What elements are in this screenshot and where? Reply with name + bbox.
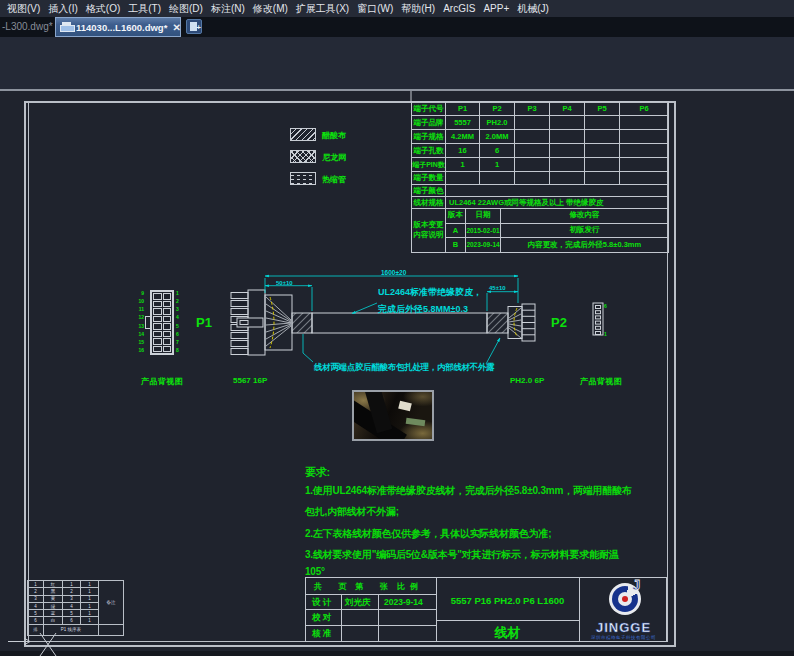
tape-wrap-left xyxy=(292,313,312,333)
wire-table-note: 备注 xyxy=(99,581,124,625)
cable-note-line1: UL2464标准带绝缘胶皮， xyxy=(378,287,482,297)
tape-wrap-right xyxy=(487,313,508,333)
requirement-3: 3.线材要求使用"编码后5位&版本号"对其进行标示，标示材料要求能耐温 xyxy=(305,548,619,562)
wire-table-cell: 红 xyxy=(44,581,63,588)
requirement-3b: 105° xyxy=(305,566,325,577)
wire-table-cell: 黑 xyxy=(44,588,63,595)
wire-table-cell: 黄 xyxy=(44,595,63,602)
wire-table-cell: 2 xyxy=(28,588,44,595)
jingge-logo-icon: J xyxy=(605,581,645,619)
wire-table-cell: 4 xyxy=(28,602,44,609)
wire-table-cell: 5 xyxy=(28,610,44,617)
wire-table-cell: 1 xyxy=(81,581,99,588)
jingge-tagline: 深圳市精格电子科技有限公司 xyxy=(579,635,668,640)
wire-table-cell: 6 xyxy=(28,617,44,624)
wire-table-cell: 1 xyxy=(81,617,99,624)
requirement-2: 2.左下表格线材颜色仅供参考，具体以实际线材颜色为准; xyxy=(305,527,551,541)
wire-table-cell: 1 xyxy=(81,610,99,617)
wire-table-cell: 4 xyxy=(63,602,81,609)
photo-connector xyxy=(406,418,426,427)
wire-table-cell: 1 xyxy=(81,588,99,595)
titleblock-row1: 共 页 第 张 比 例 xyxy=(314,581,419,592)
title-block: 共 页 第 张 比 例 设 计 刘光庆 2023-9-14 校 对 核 准 55… xyxy=(305,577,667,642)
requirement-1b: 包扎,内部线材不外漏; xyxy=(305,505,399,519)
wire-table-cell: 5 xyxy=(63,610,81,617)
wire-table-cell: 排 xyxy=(28,624,44,635)
wire-table-cell xyxy=(99,624,124,635)
wire-color-table: 1红11备注2黑213黄314绿415蓝516白61排P1 线序表 xyxy=(27,580,124,636)
wire-table-cell: 1 xyxy=(81,595,99,602)
wire-table-cell: 3 xyxy=(63,595,81,602)
fold-marks xyxy=(8,633,56,656)
dim-right-label: 45±10 xyxy=(489,285,506,291)
wire-table-cell: 绿 xyxy=(44,602,63,609)
requirements-title: 要求: xyxy=(305,465,330,480)
design-date: 2023-9-14 xyxy=(384,597,423,607)
jingge-logo-text: JINGGE xyxy=(579,620,668,635)
wire-table-cell: 3 xyxy=(28,595,44,602)
dim-total-label: 1600±20 xyxy=(381,269,407,276)
design-label: 设 计 xyxy=(312,597,331,609)
wire-table-footer: P1 线序表 xyxy=(44,624,99,635)
dim-left-label: 50±10 xyxy=(276,280,293,286)
wire-table-cell: 2 xyxy=(63,588,81,595)
cable-body xyxy=(312,313,487,333)
wire-table-cell: 蓝 xyxy=(44,610,63,617)
wire-table-cell: 1 xyxy=(63,581,81,588)
approve-label: 核 准 xyxy=(312,628,331,640)
part-number: 5557 P16 PH2.0 P6 L1600 xyxy=(436,595,579,606)
wire-table-cell: 1 xyxy=(28,581,44,588)
wire-table-cell: 1 xyxy=(81,602,99,609)
photo-label xyxy=(398,401,412,412)
wire-table-cell: 6 xyxy=(63,617,81,624)
p2-wires xyxy=(509,308,521,338)
ends-note: 线材两端点胶后醋酸布包扎处理，内部线材不外露 xyxy=(313,362,495,372)
cable-note-line2: 完成后外径5.8MM±0.3 xyxy=(377,304,468,314)
p1-wires xyxy=(266,297,291,346)
p2-connector-back-view xyxy=(593,303,603,335)
p1-side-view xyxy=(231,290,292,355)
check-label: 校 对 xyxy=(312,612,331,624)
designer-name: 刘光庆 xyxy=(345,597,371,609)
requirement-1: 1.使用UL2464标准带绝缘胶皮线材，完成后外径5.8±0.3mm，两端用醋酸… xyxy=(305,484,632,498)
product-photo xyxy=(352,390,434,441)
p2-side-view xyxy=(508,304,535,341)
product-name: 线材 xyxy=(436,624,579,642)
wire-table-cell: 白 xyxy=(44,617,63,624)
